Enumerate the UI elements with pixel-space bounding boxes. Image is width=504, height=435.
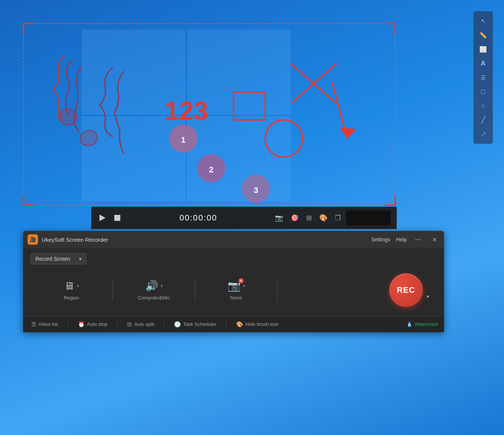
control-bar: 00:00:00 📷 🎯 ⊞ 🎨 ❐ [91, 207, 397, 229]
dropdown-row: Record Screen ▾ [31, 253, 437, 264]
arrow-tool-button[interactable]: ↗ [476, 127, 491, 141]
layout-button[interactable]: ⊞ [305, 213, 313, 223]
ellipse-tool-button[interactable]: ○ [476, 99, 491, 112]
screenshot-button[interactable]: 📷 [274, 213, 284, 223]
app-body: Record Screen ▾ 🖥 ▾ Region 🔊 ▾ [23, 248, 444, 316]
audio-group-top: 🔊 ▾ [145, 280, 163, 292]
task-scheduler-label: Task Scheduler [183, 321, 216, 327]
camera-dropdown-arrow: ▾ [243, 283, 245, 289]
rec-dropdown-chevron[interactable]: ▾ [427, 293, 429, 299]
camera-label: None [230, 295, 242, 301]
play-button[interactable] [97, 213, 108, 223]
auto-stop-icon: ⏰ [78, 321, 85, 328]
palette-button[interactable]: 🎨 [318, 213, 328, 223]
mode-dropdown-label: Record Screen [35, 256, 70, 262]
timer-display: 00:00:00 [127, 213, 270, 223]
text-tool-button[interactable]: A [476, 57, 491, 70]
win-pane-bl [82, 117, 185, 201]
spotlight-tool-button[interactable]: ☰ [476, 71, 491, 84]
mode-dropdown[interactable]: Record Screen ▾ [31, 253, 86, 264]
audio-label: Computer&Mic [138, 295, 170, 301]
minimize-button[interactable]: — [413, 234, 423, 245]
right-toolbar: ↖ ✏️ ⬜ A ☰ □ ○ ╱ ↗ [473, 11, 493, 144]
watermark-button[interactable]: 💧 Watermark [406, 321, 438, 327]
watermark-icon: 💧 [406, 321, 412, 327]
hide-brush-icon: 🎨 [236, 321, 243, 328]
rec-area: REC ▾ [278, 273, 437, 307]
eraser-tool-button[interactable]: ⬜ [476, 42, 491, 56]
win-pane-br [187, 117, 291, 201]
minimize-icon: — [415, 236, 421, 243]
bottom-sep-1 [68, 321, 68, 328]
camera-icon-wrapper: 📷 ✕ [228, 280, 241, 292]
watermark-label: Watermark [415, 321, 438, 327]
stop-icon [114, 215, 120, 221]
camera-group-top: 📷 ✕ ▾ [228, 280, 245, 292]
video-list-button[interactable]: ☰ Video list [29, 320, 60, 329]
app-logo: 🎥 [28, 234, 38, 245]
audio-dropdown-arrow: ▾ [161, 283, 163, 289]
bottom-sep-4 [226, 321, 226, 328]
audio-icon: 🔊 [145, 280, 158, 292]
auto-split-button[interactable]: ⊟ Auto split [125, 320, 156, 329]
auto-split-icon: ⊟ [127, 321, 132, 328]
auto-stop-button[interactable]: ⏰ Auto stop [76, 320, 110, 329]
controls-row: 🖥 ▾ Region 🔊 ▾ Computer&Mic 📷 [31, 270, 437, 311]
video-list-label: Video list [38, 321, 58, 327]
task-scheduler-button[interactable]: 🕐 Task Scheduler [172, 320, 219, 329]
title-bar: 🎥 UkeySoft Screen Recorder Settings Help… [23, 231, 444, 248]
win-pane-tr [187, 30, 291, 114]
rectangle-tool-button[interactable]: □ [476, 85, 491, 98]
task-scheduler-icon: 🕐 [174, 321, 181, 328]
preview-area [346, 210, 391, 225]
video-list-icon: ☰ [31, 321, 36, 328]
bottom-sep-3 [164, 321, 164, 328]
rec-button[interactable]: REC [389, 273, 423, 307]
hide-brush-label: Hide brush tool [245, 321, 278, 327]
help-button[interactable]: Help [396, 236, 407, 242]
bottom-bar: ☰ Video list ⏰ Auto stop ⊟ Auto split 🕐 … [23, 316, 444, 332]
stop-button[interactable] [112, 213, 123, 223]
windows-logo [82, 30, 291, 201]
cursor-tool-button[interactable]: ↖ [476, 14, 491, 28]
play-icon [99, 215, 105, 221]
monitor-icon: 🖥 [64, 280, 75, 292]
app-window: 🎥 UkeySoft Screen Recorder Settings Help… [23, 231, 444, 332]
title-controls: Settings Help — ✕ [371, 234, 440, 245]
region-dropdown-arrow: ▾ [77, 283, 79, 289]
camera-group[interactable]: 📷 ✕ ▾ None [195, 280, 277, 301]
chevron-down-icon: ▾ [79, 256, 82, 262]
brush-tool-button[interactable]: ✏️ [476, 28, 491, 42]
close-button[interactable]: ✕ [429, 234, 440, 245]
camera-disabled-badge: ✕ [238, 278, 244, 283]
app-title: UkeySoft Screen Recorder [42, 236, 371, 243]
app-logo-icon: 🎥 [30, 236, 36, 242]
line-tool-button[interactable]: ╱ [476, 113, 491, 127]
region-label: Region [64, 295, 79, 301]
copy-button[interactable]: ❐ [334, 213, 342, 223]
hide-brush-button[interactable]: 🎨 Hide brush tool [234, 320, 280, 329]
audio-group[interactable]: 🔊 ▾ Computer&Mic [113, 280, 195, 301]
region-group-top: 🖥 ▾ [64, 280, 79, 292]
control-icons: 📷 🎯 ⊞ 🎨 ❐ [274, 213, 342, 223]
settings-button[interactable]: Settings [371, 236, 390, 242]
webcam-button[interactable]: 🎯 [290, 213, 299, 223]
win-pane-tl [82, 30, 185, 114]
close-icon: ✕ [432, 236, 437, 243]
auto-split-label: Auto split [134, 321, 154, 327]
bottom-sep-2 [117, 321, 117, 328]
auto-stop-label: Auto stop [87, 321, 108, 327]
region-group[interactable]: 🖥 ▾ Region [31, 280, 112, 301]
